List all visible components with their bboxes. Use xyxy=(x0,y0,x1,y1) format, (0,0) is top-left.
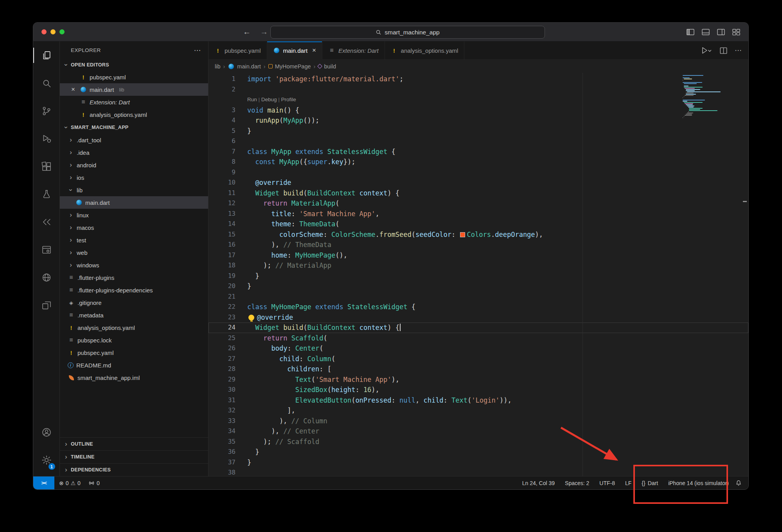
code-line-23[interactable]: 23@override xyxy=(209,312,748,323)
line-number[interactable]: 14 xyxy=(209,219,247,229)
line-number[interactable]: 21 xyxy=(209,292,247,302)
lightbulb-icon[interactable] xyxy=(248,315,254,321)
maximize-window-button[interactable] xyxy=(59,29,65,34)
code-line-10[interactable]: 10 @override xyxy=(209,177,748,188)
file-readme-md[interactable]: iREADME.md xyxy=(60,359,208,371)
line-number[interactable]: 32 xyxy=(209,405,247,416)
line-number[interactable]: 18 xyxy=(209,260,247,271)
activity-item-run-and-debug[interactable] xyxy=(33,125,60,152)
code-editor[interactable]: 1import 'package:flutter/material.dart';… xyxy=(209,73,748,476)
line-number[interactable]: 28 xyxy=(209,364,247,374)
folder-web[interactable]: ›web xyxy=(60,246,208,259)
file-main-dart[interactable]: main.dart xyxy=(60,196,208,209)
line-number[interactable]: 22 xyxy=(209,302,247,312)
code-line-24[interactable]: 24 Widget build(BuildContext context) { xyxy=(209,322,748,333)
code-line-34[interactable]: 34 ), // Center xyxy=(209,426,748,437)
file-smart-machine-app-iml[interactable]: smart_machine_app.iml xyxy=(60,371,208,384)
code-line-26[interactable]: 26 body: Center( xyxy=(209,343,748,354)
folder-windows[interactable]: ›windows xyxy=(60,259,208,271)
folder-idea[interactable]: ›.idea xyxy=(60,146,208,159)
activity-item-devtools[interactable] xyxy=(33,236,60,263)
explorer-more-actions-icon[interactable]: ⋯ xyxy=(194,46,201,55)
code-line-12[interactable]: 12 return MaterialApp( xyxy=(209,198,748,209)
code-line-9[interactable]: 9 xyxy=(209,167,748,178)
code-line-30[interactable]: 30 SizedBox(height: 16), xyxy=(209,385,748,395)
code-line-8[interactable]: 8 const MyApp({super.key}); xyxy=(209,157,748,167)
activity-item-globe[interactable] xyxy=(33,263,60,291)
section-open-editors[interactable]: › OPEN EDITORS xyxy=(60,59,208,71)
code-line-1[interactable]: 1import 'package:flutter/material.dart'; xyxy=(209,74,748,84)
line-number[interactable]: 30 xyxy=(209,385,247,395)
code-line-32[interactable]: 32 ], xyxy=(209,405,748,416)
codelens-profile[interactable]: Profile xyxy=(281,97,296,102)
line-number[interactable]: 7 xyxy=(209,147,247,157)
code-line-25[interactable]: 25 return Scaffold( xyxy=(209,333,748,344)
line-number[interactable]: 13 xyxy=(209,209,247,219)
open-editor-main-dart[interactable]: ×main.dartlib xyxy=(60,83,208,96)
customize-layout-icon[interactable] xyxy=(732,29,741,36)
folder-dart-tool[interactable]: ›.dart_tool xyxy=(60,134,208,146)
breadcrumb-main-dart[interactable]: main.dart xyxy=(228,63,261,70)
line-number[interactable]: 29 xyxy=(209,374,247,385)
status-cursor-position[interactable]: Ln 24, Col 39 xyxy=(522,480,555,486)
file-flutter-plugins-dependencies[interactable]: ≡.flutter-plugins-dependencies xyxy=(60,284,208,296)
forward-arrow-icon[interactable]: → xyxy=(260,27,268,36)
line-number[interactable]: 6 xyxy=(209,136,247,147)
settings-button[interactable]: 1 xyxy=(33,446,60,474)
folder-ios[interactable]: ›ios xyxy=(60,171,208,184)
close-icon[interactable]: × xyxy=(312,47,316,54)
code-line-28[interactable]: 28 children: [ xyxy=(209,364,748,374)
code-line-16[interactable]: 16 ), // ThemeData xyxy=(209,240,748,250)
file-pubspec-yaml[interactable]: !pubspec.yaml xyxy=(60,346,208,359)
toggle-secondary-sidebar-icon[interactable] xyxy=(717,29,725,36)
line-number[interactable]: 5 xyxy=(209,126,247,136)
status-eol[interactable]: LF xyxy=(625,480,631,486)
tab-extension-dart[interactable]: ≡Extension: Dart xyxy=(322,41,385,59)
close-window-button[interactable] xyxy=(41,29,47,34)
code-line-22[interactable]: 22class MyHomePage extends StatelessWidg… xyxy=(209,302,748,312)
code-line-6[interactable]: 6 xyxy=(209,136,748,147)
activity-item-testing[interactable] xyxy=(33,180,60,208)
line-number[interactable]: 1 xyxy=(209,74,247,84)
line-number[interactable]: 36 xyxy=(209,447,247,457)
line-number[interactable]: 20 xyxy=(209,281,247,292)
section-dependencies[interactable]: ›DEPENDENCIES xyxy=(60,463,208,476)
activity-item-search[interactable] xyxy=(33,69,60,97)
open-editor-pubspec-yaml[interactable]: !pubspec.yaml xyxy=(60,71,208,83)
tab-main-dart[interactable]: main.dart× xyxy=(267,41,322,60)
status-indentation[interactable]: Spaces: 2 xyxy=(565,480,589,486)
line-number[interactable]: 3 xyxy=(209,105,247,116)
breadcrumb-myhomepage[interactable]: MyHomePage xyxy=(268,63,311,70)
line-number[interactable]: 19 xyxy=(209,271,247,281)
folder-lib[interactable]: ›lib xyxy=(60,184,208,196)
activity-item-remote-explorer[interactable] xyxy=(33,291,60,319)
folder-linux[interactable]: ›linux xyxy=(60,209,208,221)
status-ports[interactable]: 0 xyxy=(88,480,100,486)
open-editor-extension-dart[interactable]: ≡Extension: Dart xyxy=(60,96,208,108)
status-device-selector[interactable]: iPhone 14 (ios simulator) xyxy=(668,480,729,486)
line-number[interactable]: 12 xyxy=(209,198,247,209)
activity-item-source-control[interactable] xyxy=(33,97,60,125)
line-number[interactable]: 31 xyxy=(209,395,247,406)
code-line-18[interactable]: 18 ); // MaterialApp xyxy=(209,260,748,271)
close-icon[interactable]: × xyxy=(69,86,77,93)
activity-item-double-chevron[interactable] xyxy=(33,208,60,236)
line-number[interactable]: 10 xyxy=(209,177,247,188)
codelens-run[interactable]: Run xyxy=(247,97,257,102)
line-number[interactable]: 24 xyxy=(209,322,247,333)
code-line-38[interactable]: 38 xyxy=(209,468,748,476)
bell-icon[interactable] xyxy=(735,480,742,487)
file-pubspec-lock[interactable]: ≡pubspec.lock xyxy=(60,334,208,346)
codelens-row[interactable]: Run | Debug | Profile xyxy=(209,95,748,105)
code-line-33[interactable]: 33 ), // Column xyxy=(209,416,748,426)
activity-item-extensions[interactable] xyxy=(33,152,60,180)
code-line-15[interactable]: 15 colorScheme: ColorScheme.fromSeed(see… xyxy=(209,229,748,240)
code-line-21[interactable]: 21 xyxy=(209,292,748,302)
line-number[interactable]: 33 xyxy=(209,416,247,426)
split-editor-icon[interactable] xyxy=(719,47,728,54)
code-line-20[interactable]: 20} xyxy=(209,281,748,292)
line-number[interactable]: 25 xyxy=(209,333,247,344)
code-line-14[interactable]: 14 theme: ThemeData( xyxy=(209,219,748,229)
minimize-window-button[interactable] xyxy=(50,29,56,34)
tab-analysis-options-yaml[interactable]: !analysis_options.yaml xyxy=(385,41,465,59)
